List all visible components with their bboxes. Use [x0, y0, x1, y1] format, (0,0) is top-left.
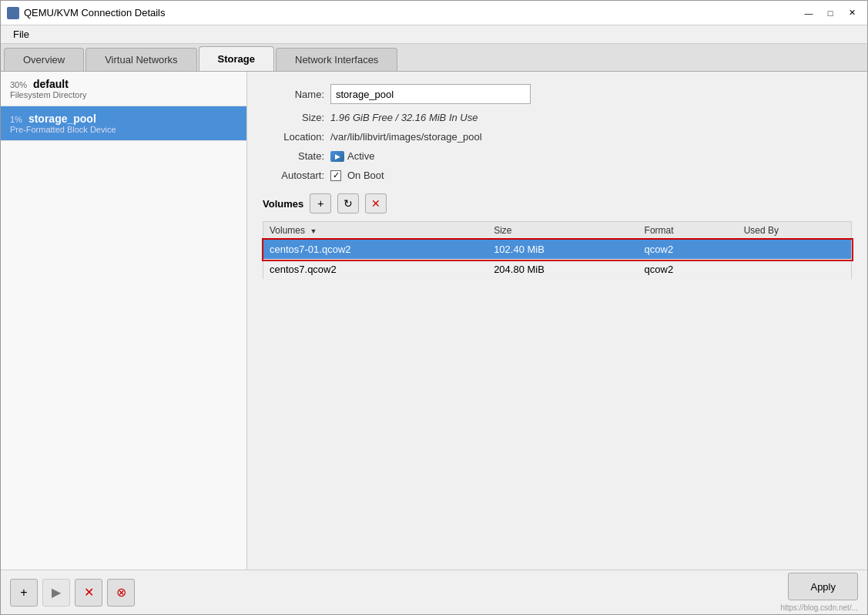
play-icon: ▶	[330, 151, 344, 162]
menu-file[interactable]: File	[7, 27, 35, 42]
volumes-header: Volumes + ↻ ✕	[263, 193, 852, 213]
storage-pool-name: storage_pool	[28, 113, 96, 125]
volumes-table-body: centos7-01.qcow2 102.40 MiB qcow2 centos…	[263, 240, 852, 280]
close-button[interactable]: ✕	[843, 5, 861, 21]
row2-used-by	[738, 260, 852, 280]
minimize-button[interactable]: —	[799, 5, 818, 21]
row2-name: centos7.qcow2	[263, 260, 488, 280]
sidebar-item-default[interactable]: 30% default Filesystem Directory	[1, 72, 246, 106]
row1-used-by	[738, 240, 852, 260]
maximize-button[interactable]: □	[821, 5, 840, 21]
menubar: File	[1, 25, 867, 44]
location-label: Location:	[263, 131, 324, 143]
location-row: Location: /var/lib/libvirt/images/storag…	[263, 131, 852, 143]
table-row[interactable]: centos7.qcow2 204.80 MiB qcow2	[263, 260, 852, 280]
watermark-text: https://blog.csdn.net/...	[780, 603, 858, 612]
sidebar-item-storage-pool[interactable]: 1% storage_pool Pre-Formatted Block Devi…	[1, 106, 246, 141]
row1-size: 102.40 MiB	[488, 240, 638, 260]
autostart-checkbox[interactable]: ✓	[330, 170, 341, 181]
stop-pool-button[interactable]: ⊗	[107, 579, 135, 607]
tab-storage[interactable]: Storage	[199, 46, 274, 71]
detail-panel: Name: Size: 1.96 GiB Free / 32.16 MiB In…	[247, 72, 867, 570]
volumes-label: Volumes	[263, 198, 303, 210]
storage-pool-subtype: Pre-Formatted Block Device	[10, 125, 237, 134]
autostart-row: Autostart: ✓ On Boot	[263, 170, 852, 181]
name-row: Name:	[263, 84, 852, 104]
bottom-right: Apply https://blog.csdn.net/...	[780, 573, 858, 612]
default-subtype: Filesystem Directory	[10, 90, 237, 99]
name-label: Name:	[263, 89, 324, 100]
name-input[interactable]	[330, 84, 531, 104]
state-row: State: ▶ Active	[263, 150, 852, 162]
window-title: QEMU/KVM Connection Details	[24, 7, 166, 18]
bottom-bar: + ▶ ✕ ⊗ Apply https://blog.csdn.net/...	[1, 570, 867, 614]
volumes-table-header-row: Volumes ▼ Size Format Used By	[263, 222, 852, 240]
row1-name: centos7-01.qcow2	[263, 240, 488, 260]
volumes-table-head: Volumes ▼ Size Format Used By	[263, 222, 852, 240]
location-value: /var/lib/libvirt/images/storage_pool	[330, 131, 482, 143]
col-size[interactable]: Size	[488, 222, 638, 240]
content-area: 30% default Filesystem Directory 1% stor…	[1, 72, 867, 570]
row1-format: qcow2	[638, 240, 738, 260]
size-value: 1.96 GiB Free / 32.16 MiB In Use	[330, 112, 478, 123]
refresh-volumes-button[interactable]: ↻	[337, 193, 359, 213]
size-row: Size: 1.96 GiB Free / 32.16 MiB In Use	[263, 112, 852, 123]
tab-overview[interactable]: Overview	[4, 48, 84, 71]
tab-virtual-networks[interactable]: Virtual Networks	[85, 48, 196, 71]
delete-pool-button[interactable]: ✕	[75, 579, 102, 607]
autostart-value: On Boot	[347, 170, 384, 181]
tab-bar: Overview Virtual Networks Storage Networ…	[1, 44, 867, 72]
sort-icon: ▼	[310, 227, 317, 235]
autostart-label: Autostart:	[263, 170, 324, 181]
add-pool-button[interactable]: +	[10, 579, 38, 607]
add-volume-button[interactable]: +	[310, 193, 331, 213]
tab-network-interfaces[interactable]: Network Interfaces	[276, 48, 397, 71]
titlebar-controls: — □ ✕	[799, 5, 861, 21]
bottom-left-buttons: + ▶ ✕ ⊗	[10, 579, 135, 607]
table-row[interactable]: centos7-01.qcow2 102.40 MiB qcow2	[263, 240, 852, 260]
start-pool-button[interactable]: ▶	[42, 579, 70, 607]
storage-pool-percentage: 1%	[10, 115, 22, 124]
col-volumes[interactable]: Volumes ▼	[263, 222, 488, 240]
app-icon	[7, 7, 19, 19]
state-value: Active	[347, 150, 374, 162]
volumes-table: Volumes ▼ Size Format Used By centos7-01…	[263, 221, 852, 280]
titlebar-left: QEMU/KVM Connection Details	[7, 7, 166, 19]
delete-volume-button[interactable]: ✕	[365, 193, 387, 213]
row2-size: 204.80 MiB	[488, 260, 638, 280]
default-percentage: 30%	[10, 80, 27, 89]
col-format[interactable]: Format	[638, 222, 738, 240]
col-volumes-label: Volumes	[270, 225, 305, 236]
col-used-by[interactable]: Used By	[738, 222, 852, 240]
sidebar-item-default-header: 30% default	[10, 78, 237, 90]
row2-format: qcow2	[638, 260, 738, 280]
storage-sidebar: 30% default Filesystem Directory 1% stor…	[1, 72, 247, 570]
main-window: QEMU/KVM Connection Details — □ ✕ File O…	[0, 0, 868, 615]
storage-pool-header: 1% storage_pool	[10, 113, 237, 125]
size-label: Size:	[263, 112, 324, 123]
state-label: State:	[263, 150, 324, 162]
state-icon-container: ▶ Active	[330, 150, 374, 162]
apply-button[interactable]: Apply	[788, 573, 858, 600]
default-name: default	[33, 78, 69, 90]
titlebar: QEMU/KVM Connection Details — □ ✕	[1, 1, 867, 25]
